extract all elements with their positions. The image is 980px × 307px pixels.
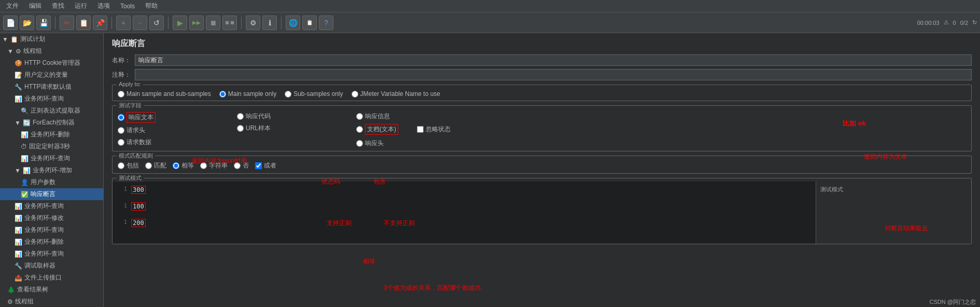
refresh-icon[interactable]: ↻ [972,19,977,26]
tree-item-biz-del1[interactable]: 📊 业务闭环-删除 [0,129,103,141]
pattern-substring-radio[interactable] [200,162,207,169]
tb-paste[interactable]: 📌 [93,16,107,30]
field-req-data[interactable]: 请求数据 [118,138,232,147]
tb-run-all[interactable]: ▶▶ [189,16,204,30]
tree-item-cookie[interactable]: 🍪 HTTP Cookie管理器 [0,57,103,69]
tree-item-results[interactable]: 🌲 查看结果树 [0,284,103,296]
field-resp-info[interactable]: 响应信息 [356,112,966,121]
pattern-negate-radio[interactable] [234,162,241,169]
field-ignore-status-label: 忽略状态 [426,125,451,134]
field-resp-text[interactable]: 响应文本 [118,112,232,123]
tree-item-thread-group2[interactable]: ⚙ 线程组 [0,296,103,307]
tree-item-timer[interactable]: ⏱ 固定定时器3秒 [0,141,103,152]
tb-run[interactable]: ▶ [173,16,187,30]
tb-save[interactable]: 💾 [36,16,51,30]
tb-template[interactable]: 📋 [302,16,317,30]
apply-main-only-radio[interactable] [219,91,226,97]
menu-edit[interactable]: 编辑 [27,1,44,11]
tb-stop-all[interactable]: ⏹⏹ [222,16,237,30]
field-ignore-status[interactable]: 忽略状态 [417,125,451,134]
tree-item-label: 测试计划 [20,35,45,44]
pattern-negate[interactable]: 否 [234,161,249,170]
pattern-or-cb[interactable] [255,162,262,169]
apply-jmeter-var-radio[interactable] [352,91,358,97]
tb-cut[interactable]: ✂ [60,16,74,30]
name-input[interactable] [135,54,972,66]
line-num-2: 1 [117,202,127,209]
apply-main-only[interactable]: Main sample only [219,90,276,97]
apply-sub-only[interactable]: Sub-samples only [285,90,343,97]
field-req-data-radio[interactable] [118,139,124,146]
tree-item-foreach[interactable]: ▼ 🔄 ForEach控制器 [0,117,103,129]
pattern-or[interactable]: 或者 [255,161,276,170]
pattern-equals-radio[interactable] [173,162,179,169]
field-doc-text[interactable]: 文档(文本) [356,124,398,135]
tb-clear[interactable]: ↺ [149,16,164,30]
tree-item-biz-add[interactable]: ▼ 📊 业务闭环-增加 [0,164,103,176]
code-editor[interactable]: 1 300 1 100 1 200 [113,182,816,244]
menu-tools[interactable]: Tools [118,2,137,11]
field-url-sample[interactable]: URL样本 [237,124,351,133]
pattern-contains-radio[interactable] [118,162,124,169]
code-line-3: 1 200 [117,219,811,227]
menu-file[interactable]: 文件 [4,1,21,11]
apply-sub-only-radio[interactable] [285,91,291,97]
pattern-matches[interactable]: 匹配 [145,161,166,170]
tree-item-upload[interactable]: 📤 文件上传接口 [0,272,103,284]
menu-help[interactable]: 帮助 [143,1,160,11]
tb-stop[interactable]: ⏹ [206,16,220,30]
tree-item-thread-group[interactable]: ▼ ⚙ 线程组 [0,45,103,57]
tb-info[interactable]: ℹ [262,16,277,30]
menu-options[interactable]: 选项 [95,1,112,11]
field-resp-text-radio[interactable] [118,114,124,121]
pattern-substring[interactable]: 字符串 [200,161,228,170]
field-resp-header[interactable]: 响应头 [356,139,966,148]
code-val-2: 100 [131,202,146,211]
apply-jmeter-var[interactable]: JMeter Variable Name to use [352,90,441,97]
tb-help[interactable]: ? [319,16,333,30]
apply-main-sub[interactable]: Main sample and sub-samples [118,90,211,97]
tree-item-biz-query5[interactable]: 📊 业务闭环-查询 [0,248,103,260]
tb-settings[interactable]: ⚙ [246,16,260,30]
menu-find[interactable]: 查找 [50,1,66,11]
tree-item-biz-query4[interactable]: 📊 业务闭环-查询 [0,224,103,236]
field-doc-text-radio[interactable] [356,126,363,133]
pattern-match-group: 模式匹配规则 包括 匹配 相等 字符串 [112,156,972,174]
field-resp-header-radio[interactable] [356,140,363,147]
tree-item-vars[interactable]: 📝 用户定义的变量 [0,69,103,81]
field-req-header-radio[interactable] [118,127,124,134]
pattern-equals[interactable]: 相等 [173,161,194,170]
tb-remove[interactable]: − [133,16,147,30]
field-req-header[interactable]: 请求头 [118,126,232,135]
tree-item-biz-query2[interactable]: 📊 业务闭环-查询 [0,152,103,164]
field-ignore-status-cb[interactable] [417,126,424,133]
field-resp-code-radio[interactable] [237,113,244,120]
tree-item-biz-del2[interactable]: 📊 业务闭环-删除 [0,236,103,248]
field-resp-info-radio[interactable] [356,113,363,120]
tb-copy[interactable]: 📋 [76,16,91,30]
tb-remote[interactable]: 🌐 [286,16,300,30]
tree-item-user-params[interactable]: 👤 用户参数 [0,176,103,188]
test-mode-right-panel: 测试模式 [816,182,971,244]
tree-item-test-plan[interactable]: ▼ 📋 测试计划 [0,33,103,45]
tb-new[interactable]: 📄 [3,16,18,30]
pattern-equals-label: 相等 [181,161,194,170]
tb-add[interactable]: + [116,16,131,30]
main-area: ▼ 📋 测试计划 ▼ ⚙ 线程组 🍪 HTTP Cookie管理器 📝 用户定义… [0,33,980,307]
tb-open[interactable]: 📂 [20,16,34,30]
tree-item-biz-query3[interactable]: 📊 业务闭环-查询 [0,200,103,212]
apply-main-sub-radio[interactable] [118,91,124,97]
pattern-matches-radio[interactable] [145,162,152,169]
tree-item-regex[interactable]: 🔍 正则表达式提取器 [0,105,103,117]
tree-item-debug[interactable]: 🔧 调试取样器 [0,260,103,272]
tree-item-biz-edit[interactable]: 📊 业务闭环-修改 [0,212,103,224]
menu-run[interactable]: 运行 [73,1,89,11]
foreach-icon: 🔄 [23,119,31,127]
pattern-contains[interactable]: 包括 [118,161,139,170]
tree-item-biz-query1[interactable]: 📊 业务闭环-查询 [0,93,103,105]
field-resp-code[interactable]: 响应代码 [237,112,351,121]
comment-input[interactable] [135,69,972,80]
tree-item-http-defaults[interactable]: 🔧 HTTP请求默认值 [0,81,103,93]
field-url-sample-radio[interactable] [237,125,244,132]
tree-item-response-assert[interactable]: ✅ 响应断言 [0,188,103,200]
